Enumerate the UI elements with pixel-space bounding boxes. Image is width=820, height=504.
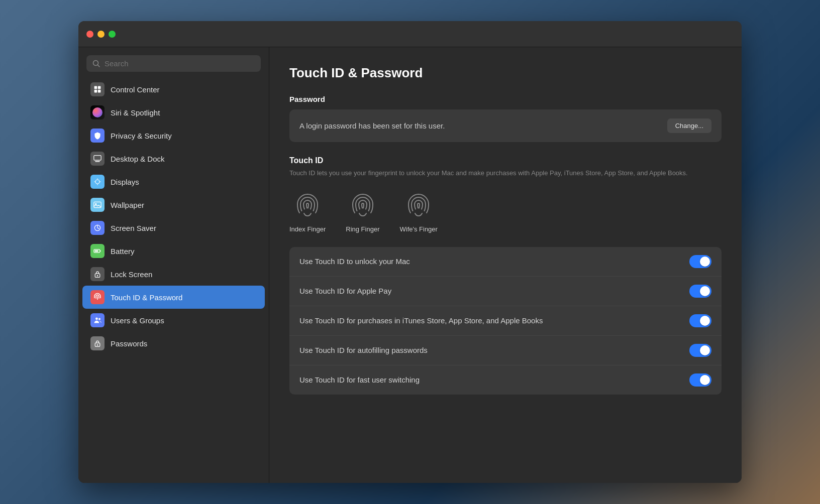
svg-point-19 [95, 317, 98, 320]
svg-rect-5 [98, 90, 101, 93]
svg-rect-13 [94, 202, 101, 207]
lock-screen-icon [90, 267, 105, 281]
svg-line-1 [98, 65, 100, 67]
fingerprint-label: Ring Finger [346, 225, 379, 233]
svg-point-18 [97, 275, 98, 276]
toggle-row-apple-pay: Use Touch ID for Apple Pay [289, 277, 722, 306]
window-content: Control Center Siri & Spotlight Privacy … [78, 47, 742, 483]
toggle-switch-fast-user-switching[interactable] [689, 373, 711, 387]
sidebar-item-label: Wallpaper [111, 201, 144, 209]
touchid-description: Touch ID lets you use your fingerprint t… [289, 168, 722, 178]
svg-rect-16 [94, 250, 98, 251]
privacy-security-icon [90, 129, 105, 143]
sidebar-item-wallpaper[interactable]: Wallpaper [82, 193, 265, 216]
sidebar-item-label: Siri & Spotlight [111, 108, 160, 117]
toggle-row-autofill-passwords: Use Touch ID for autofilling passwords [289, 336, 722, 365]
sidebar-item-label: Touch ID & Password [111, 293, 182, 302]
svg-point-22 [97, 344, 98, 345]
svg-rect-2 [94, 86, 97, 89]
sidebar-item-label: Desktop & Dock [111, 155, 165, 163]
sidebar-item-battery[interactable]: Battery [82, 239, 265, 263]
change-password-button[interactable]: Change... [667, 118, 711, 133]
system-preferences-window: Control Center Siri & Spotlight Privacy … [78, 21, 742, 483]
battery-icon [90, 244, 105, 258]
close-button[interactable] [86, 31, 93, 38]
sidebar-item-label: Passwords [111, 339, 147, 348]
toggle-label: Use Touch ID to unlock your Mac [299, 256, 410, 267]
sidebar-item-passwords[interactable]: Passwords [82, 332, 265, 355]
toggle-switch-unlock-mac[interactable] [689, 255, 711, 268]
panel-title: Touch ID & Password [289, 65, 722, 81]
fingerprint-label: Wife's Finger [399, 225, 437, 233]
search-container [78, 55, 269, 78]
sidebar-item-label: Privacy & Security [111, 132, 172, 140]
touchid-section-title: Touch ID [289, 156, 722, 165]
sidebar-item-control-center[interactable]: Control Center [82, 78, 265, 101]
passwords-icon [90, 336, 105, 350]
svg-point-8 [95, 180, 99, 184]
toggle-row-fast-user-switching: Use Touch ID for fast user switching [289, 365, 722, 395]
toggle-section: Use Touch ID to unlock your Mac Use Touc… [289, 247, 722, 395]
svg-rect-6 [94, 156, 101, 161]
sidebar-item-label: Control Center [111, 85, 160, 94]
toggle-switch-apple-pay[interactable] [689, 285, 711, 298]
password-box: A login password has been set for this u… [289, 109, 722, 142]
sidebar-item-screen-saver[interactable]: Screen Saver [82, 216, 265, 239]
toggle-label: Use Touch ID for Apple Pay [299, 286, 391, 296]
fingerprint-index-finger[interactable]: Index Finger [289, 190, 326, 233]
users-groups-icon [90, 313, 105, 327]
fingerprint-wifes-finger[interactable]: Wife's Finger [399, 190, 437, 233]
traffic-lights [86, 31, 116, 38]
sidebar-item-privacy-security[interactable]: Privacy & Security [82, 124, 265, 147]
titlebar [78, 21, 742, 47]
svg-rect-7 [95, 161, 100, 162]
fingerprint-row: Index Finger Ring Finger Wife's Finger [289, 190, 722, 233]
sidebar-item-label: Screen Saver [111, 224, 156, 232]
screen-saver-icon [90, 221, 105, 235]
touchid-icon [90, 290, 105, 304]
toggle-label: Use Touch ID for fast user switching [299, 374, 420, 385]
desktop-dock-icon [90, 152, 105, 166]
fingerprint-ring-finger[interactable]: Ring Finger [346, 190, 379, 233]
wallpaper-icon [90, 198, 105, 212]
main-panel: Touch ID & Password Password A login pas… [269, 47, 742, 483]
sidebar-item-displays[interactable]: Displays [82, 170, 265, 193]
sidebar-items-list: Control Center Siri & Spotlight Privacy … [78, 78, 269, 355]
search-input[interactable] [105, 59, 255, 68]
password-description: A login password has been set for this u… [299, 121, 445, 130]
toggle-row-itunes-store: Use Touch ID for purchases in iTunes Sto… [289, 306, 722, 336]
sidebar-item-touch-id-password[interactable]: Touch ID & Password [82, 286, 265, 309]
sidebar-item-label: Battery [111, 247, 135, 256]
minimize-button[interactable] [97, 31, 105, 38]
sidebar-item-desktop-dock[interactable]: Desktop & Dock [82, 147, 265, 170]
sidebar-item-siri-spotlight[interactable]: Siri & Spotlight [82, 101, 265, 124]
svg-rect-3 [98, 86, 101, 89]
svg-rect-4 [94, 90, 97, 93]
toggle-switch-autofill-passwords[interactable] [689, 344, 711, 357]
toggle-row-unlock-mac: Use Touch ID to unlock your Mac [289, 247, 722, 277]
toggle-label: Use Touch ID for autofilling passwords [299, 345, 428, 355]
sidebar-item-users-groups[interactable]: Users & Groups [82, 309, 265, 332]
fingerprint-label: Index Finger [289, 225, 326, 233]
svg-point-20 [98, 318, 100, 320]
maximize-button[interactable] [109, 31, 116, 38]
sidebar-item-label: Displays [111, 178, 139, 186]
search-icon [92, 60, 100, 68]
search-box[interactable] [86, 55, 261, 72]
control-center-icon [90, 82, 105, 96]
siri-icon [90, 105, 105, 119]
toggle-switch-itunes-store[interactable] [689, 314, 711, 327]
sidebar-item-lock-screen[interactable]: Lock Screen [82, 263, 265, 286]
password-section-title: Password [289, 95, 722, 103]
sidebar-item-label: Users & Groups [111, 316, 164, 325]
toggle-label: Use Touch ID for purchases in iTunes Sto… [299, 315, 543, 326]
displays-icon [90, 175, 105, 189]
sidebar: Control Center Siri & Spotlight Privacy … [78, 47, 269, 483]
sidebar-item-label: Lock Screen [111, 270, 152, 279]
